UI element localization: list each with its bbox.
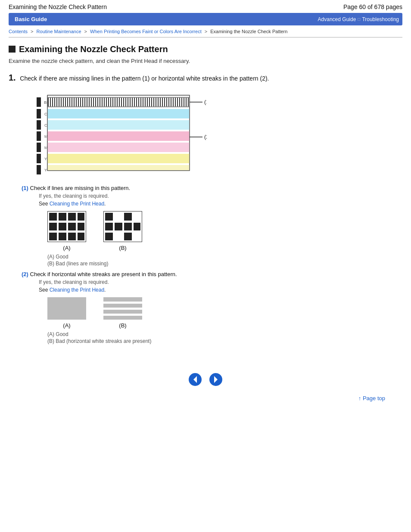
breadcrumb-when-printing[interactable]: When Printing Becomes Faint or Colors Ar… <box>90 29 202 34</box>
svg-rect-51 <box>115 213 122 221</box>
step-1-header: 1. Check if there are missing lines in t… <box>9 73 402 83</box>
svg-rect-61 <box>134 233 140 240</box>
pattern-a-good <box>47 211 86 242</box>
cleaning-link-1[interactable]: Cleaning the Print Head <box>50 201 104 207</box>
pattern-a2-good <box>47 297 86 320</box>
main-content: Examining the Nozzle Check Pattern Exami… <box>0 37 411 360</box>
sub-step-2: (2) Check if horizontal white streaks ar… <box>22 271 402 344</box>
svg-rect-40 <box>78 213 84 221</box>
breadcrumb-contents[interactable]: Contents <box>9 29 28 34</box>
step-1: 1. Check if there are missing lines in t… <box>9 73 402 344</box>
page-title-top: Examining the Nozzle Check Pattern <box>9 3 107 10</box>
section-title: Examining the Nozzle Check Pattern <box>9 44 402 54</box>
svg-text:C: C <box>44 112 47 116</box>
breadcrumb-current: Examining the Nozzle Check Pattern <box>210 29 287 34</box>
svg-rect-16 <box>37 131 41 141</box>
pattern-a2-label: (A) <box>63 322 70 329</box>
sub-step-2-note: If yes, the cleaning is required. <box>39 279 402 285</box>
sub-step-2-link: See Cleaning the Print Head. <box>39 287 402 293</box>
svg-rect-39 <box>68 213 76 221</box>
prev-arrow[interactable] <box>188 373 202 386</box>
pattern-b-label: (B) <box>119 245 126 251</box>
svg-rect-43 <box>68 223 76 230</box>
sub-step-1: (1) Check if lines are missing in this p… <box>22 185 402 267</box>
sub-step-2-text: Check if horizontal white streaks are pr… <box>30 271 177 277</box>
pattern-b2-bad <box>103 297 142 320</box>
svg-text:C: C <box>44 123 47 128</box>
basic-guide-label: Basic Guide <box>12 15 50 23</box>
pattern-b2-label: (B) <box>119 322 126 329</box>
subtitle: Examine the nozzle check pattern, and cl… <box>9 58 402 64</box>
svg-rect-60 <box>124 233 132 240</box>
pattern-b-container: (B) <box>103 211 142 251</box>
page-top-text: Page top <box>363 395 385 401</box>
svg-rect-58 <box>105 233 113 240</box>
note-b2-bad: (B) Bad (horizontal white streaks are pr… <box>47 338 402 344</box>
svg-rect-59 <box>115 233 122 240</box>
pattern-images-1: (A) <box>47 211 402 251</box>
svg-rect-25 <box>37 165 41 174</box>
pattern-b-bad <box>103 211 142 242</box>
pattern-b2-container: (B) <box>103 297 142 329</box>
svg-rect-66 <box>103 314 142 316</box>
svg-rect-46 <box>59 233 66 240</box>
page-header: Examining the Nozzle Check Pattern Page … <box>0 0 411 13</box>
svg-rect-64 <box>103 302 142 304</box>
cleaning-link-2[interactable]: Cleaning the Print Head <box>50 287 104 293</box>
svg-rect-56 <box>124 223 132 230</box>
page-top-arrow: ↑ <box>358 395 363 401</box>
pattern-a2-container: (A) <box>47 297 86 329</box>
troubleshooting-link[interactable]: Troubleshooting <box>362 16 399 22</box>
svg-text:(1): (1) <box>204 99 207 105</box>
pagination: Page 60 of 678 pages <box>343 3 402 10</box>
svg-rect-1 <box>37 97 41 107</box>
svg-rect-13 <box>37 120 41 130</box>
svg-text:(2): (2) <box>204 134 207 140</box>
note-a-good: (A) Good <box>47 254 402 260</box>
pattern-a-label: (A) <box>63 245 70 251</box>
svg-rect-15 <box>47 120 190 130</box>
svg-rect-52 <box>124 213 132 221</box>
svg-rect-50 <box>105 213 113 221</box>
svg-rect-38 <box>59 213 66 221</box>
advanced-guide-link[interactable]: Advanced Guide <box>318 16 356 22</box>
nav-arrows <box>0 373 411 386</box>
svg-rect-65 <box>103 308 142 310</box>
page-top-link[interactable]: ↑ Page top <box>358 395 385 401</box>
note-b-bad: (B) Bad (lines are missing) <box>47 261 402 267</box>
pattern-a-container: (A) <box>47 211 86 251</box>
svg-rect-37 <box>49 213 57 221</box>
nozzle-diagram-svg: BK C <box>34 93 207 175</box>
svg-rect-18 <box>47 131 190 141</box>
svg-rect-57 <box>134 223 140 230</box>
sub-step-1-note: If yes, the cleaning is required. <box>39 193 402 199</box>
svg-text:Y: Y <box>44 168 47 172</box>
page-top-container: ↑ Page top <box>0 395 385 401</box>
section-icon <box>9 46 16 53</box>
svg-rect-41 <box>49 223 57 230</box>
nav-bar: Basic Guide Advanced Guide □ Troubleshoo… <box>9 13 402 25</box>
nozzle-diagram: BK C <box>34 93 207 176</box>
svg-rect-44 <box>78 223 84 230</box>
pattern-images-2: (A) (B) <box>47 297 402 329</box>
svg-rect-21 <box>47 143 190 152</box>
svg-rect-10 <box>37 109 41 118</box>
svg-rect-53 <box>134 213 140 221</box>
nav-bar-links: Advanced Guide □ Troubleshooting <box>318 16 399 22</box>
sub-step-1-label: (1) <box>22 185 28 191</box>
breadcrumb: Contents > Routine Maintenance > When Pr… <box>9 28 402 35</box>
next-arrow[interactable] <box>209 373 223 386</box>
svg-rect-54 <box>105 223 113 230</box>
sub-step-2-label: (2) <box>22 271 28 277</box>
section-title-text: Examining the Nozzle Check Pattern <box>19 44 168 54</box>
svg-rect-9 <box>48 98 189 106</box>
svg-rect-47 <box>68 233 76 240</box>
step-1-text: Check if there are missing lines in the … <box>20 75 269 82</box>
sub-step-1-text: Check if lines are missing in this patte… <box>30 185 131 191</box>
note-a2-good: (A) Good <box>47 331 402 337</box>
svg-rect-19 <box>37 143 41 152</box>
svg-rect-45 <box>49 233 57 240</box>
step-1-number: 1. <box>9 73 16 82</box>
svg-rect-62 <box>47 297 86 320</box>
breadcrumb-routine-maintenance[interactable]: Routine Maintenance <box>37 29 81 34</box>
